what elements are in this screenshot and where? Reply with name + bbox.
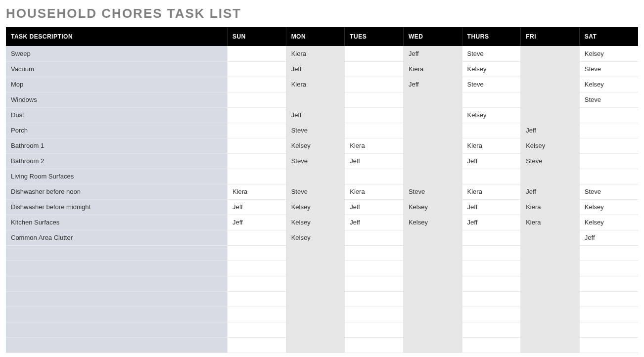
table-row: WindowsSteve — [6, 92, 638, 107]
cell-tues — [345, 276, 404, 291]
cell-thurs — [462, 245, 521, 261]
cell-mon: Jeff — [286, 107, 345, 123]
table-row — [6, 337, 638, 353]
table-row: Common Area ClutterKelseyJeff — [6, 230, 638, 245]
cell-wed — [403, 291, 462, 307]
cell-fri — [521, 245, 580, 261]
cell-task-description: Sweep — [6, 46, 227, 61]
cell-sat — [579, 307, 638, 322]
cell-sun: Jeff — [227, 215, 286, 230]
table-row — [6, 245, 638, 261]
cell-fri: Jeff — [521, 184, 580, 199]
cell-tues — [345, 245, 404, 261]
cell-mon — [286, 92, 345, 107]
cell-wed — [403, 107, 462, 123]
table-row: VacuumJeffKieraKelseySteve — [6, 61, 638, 77]
cell-task-description: Dishwasher before noon — [6, 184, 227, 199]
cell-task-description: Dishwasher before midnight — [6, 199, 227, 215]
cell-mon — [286, 169, 345, 184]
cell-wed: Jeff — [403, 77, 462, 92]
cell-tues: Jeff — [345, 153, 404, 169]
cell-mon — [286, 276, 345, 291]
cell-mon — [286, 337, 345, 353]
cell-mon: Kiera — [286, 46, 345, 61]
cell-wed — [403, 322, 462, 337]
cell-sun — [227, 261, 286, 276]
cell-task-description — [6, 245, 227, 261]
cell-wed — [403, 261, 462, 276]
col-sat: SAT — [579, 27, 638, 46]
cell-sat: Steve — [579, 92, 638, 107]
cell-wed — [403, 230, 462, 245]
cell-mon: Steve — [286, 184, 345, 199]
cell-sat — [579, 337, 638, 353]
cell-tues — [345, 77, 404, 92]
cell-tues — [345, 291, 404, 307]
cell-task-description: Common Area Clutter — [6, 230, 227, 245]
cell-tues: Jeff — [345, 215, 404, 230]
cell-tues — [345, 107, 404, 123]
cell-sun — [227, 307, 286, 322]
cell-task-description: Mop — [6, 77, 227, 92]
cell-sat: Kelsey — [579, 46, 638, 61]
cell-thurs: Kiera — [462, 184, 521, 199]
cell-sun: Jeff — [227, 199, 286, 215]
col-task-description: TASK DESCRIPTION — [6, 27, 227, 46]
cell-thurs — [462, 261, 521, 276]
table-row: SweepKieraJeffSteveKelsey — [6, 46, 638, 61]
cell-thurs: Steve — [462, 77, 521, 92]
cell-sun — [227, 322, 286, 337]
cell-fri: Kiera — [521, 199, 580, 215]
cell-tues — [345, 92, 404, 107]
cell-task-description: Windows — [6, 92, 227, 107]
cell-thurs — [462, 169, 521, 184]
cell-wed — [403, 337, 462, 353]
cell-thurs — [462, 337, 521, 353]
cell-sun — [227, 77, 286, 92]
cell-thurs — [462, 92, 521, 107]
col-fri: FRI — [521, 27, 580, 46]
cell-sun — [227, 92, 286, 107]
cell-sun: Kiera — [227, 184, 286, 199]
cell-fri — [521, 261, 580, 276]
cell-fri: Steve — [521, 153, 580, 169]
cell-tues: Jeff — [345, 199, 404, 215]
cell-sat: Steve — [579, 61, 638, 77]
cell-sun — [227, 46, 286, 61]
cell-sat: Jeff — [579, 230, 638, 245]
cell-sat — [579, 276, 638, 291]
cell-tues — [345, 123, 404, 138]
cell-task-description: Kitchen Surfaces — [6, 215, 227, 230]
cell-mon — [286, 261, 345, 276]
cell-task-description: Bathroom 1 — [6, 138, 227, 153]
cell-wed — [403, 276, 462, 291]
cell-sun — [227, 337, 286, 353]
cell-fri — [521, 77, 580, 92]
cell-task-description: Vacuum — [6, 61, 227, 77]
cell-task-description — [6, 261, 227, 276]
cell-mon: Kiera — [286, 77, 345, 92]
cell-sun — [227, 169, 286, 184]
col-mon: MON — [286, 27, 345, 46]
cell-thurs — [462, 307, 521, 322]
cell-thurs: Jeff — [462, 215, 521, 230]
table-row — [6, 307, 638, 322]
cell-sat — [579, 169, 638, 184]
page-title: HOUSEHOLD CHORES TASK LIST — [6, 6, 638, 21]
cell-wed — [403, 123, 462, 138]
cell-fri — [521, 61, 580, 77]
cell-sat: Kelsey — [579, 199, 638, 215]
cell-sat: Kelsey — [579, 215, 638, 230]
cell-mon — [286, 307, 345, 322]
cell-task-description — [6, 276, 227, 291]
cell-thurs: Jeff — [462, 153, 521, 169]
table-row: DustJeffKelsey — [6, 107, 638, 123]
table-row: MopKieraJeffSteveKelsey — [6, 77, 638, 92]
cell-fri — [521, 46, 580, 61]
cell-thurs: Jeff — [462, 199, 521, 215]
cell-mon: Steve — [286, 153, 345, 169]
cell-mon: Kelsey — [286, 215, 345, 230]
table-row — [6, 291, 638, 307]
cell-tues — [345, 261, 404, 276]
cell-fri — [521, 322, 580, 337]
